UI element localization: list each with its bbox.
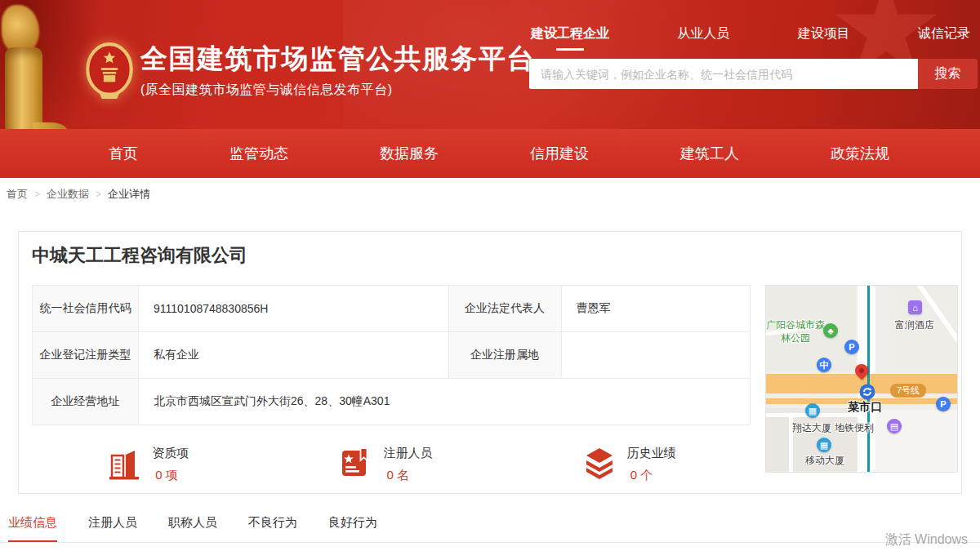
nav-item-workers[interactable]: 建筑工人 [680,144,739,163]
building-marker-icon[interactable]: ▦ [805,403,820,418]
field-label: 企业经营地址 [33,379,139,425]
field-value-credit-code: 91110108748830856H [139,286,449,332]
nav-item-credit[interactable]: 信用建设 [530,144,589,163]
stat-value: 0 名 [383,468,432,483]
stat-label: 注册人员 [383,446,432,461]
location-map[interactable]: 广阳谷城市森林公园 ♣ P 中 ⌂ 富润酒店 菜市口 7号线 P ▦ 翔达大厦 … [765,285,958,473]
tab-performance-info[interactable]: 业绩信息 [8,515,57,542]
bank-icon[interactable]: 中 [817,358,831,372]
national-emblem-icon [84,41,135,101]
building-marker-icon[interactable]: ▦ [817,438,831,452]
field-value-legal-rep: 曹恩军 [562,286,750,332]
company-card: 中城天工工程咨询有限公司 统一社会信用代码 91110108748830856H… [18,231,962,494]
metro-roundel-icon[interactable] [859,384,875,400]
shop-marker-icon[interactable]: ▤ [887,419,902,433]
building-icon [106,445,142,484]
tab-good-behavior[interactable]: 良好行为 [328,515,377,542]
poi-label-yidong[interactable]: 移动大厦 [805,454,844,468]
field-value-reg-type: 私有企业 [139,332,449,379]
windows-activation-watermark: 激活 Windows [885,531,968,549]
search-tab-project[interactable]: 建设项目 [798,25,850,51]
site-title: 全国建筑市场监管公共服务平台 [140,42,535,75]
tab-registered-personnel[interactable]: 注册人员 [88,515,137,542]
field-label: 统一社会信用代码 [33,286,139,332]
poi-label-park[interactable]: 广阳谷城市森林公园 [766,318,825,344]
poi-label-metro-station[interactable]: 菜市口 [848,400,882,415]
company-info-table: 统一社会信用代码 91110108748830856H 企业法定代表人 曹恩军 … [32,285,751,425]
site-subtitle: (原全国建筑市场监管与诚信信息发布平台) [140,82,535,99]
poi-label-xiangda[interactable]: 翔达大厦 [792,421,831,435]
stat-historical-performance[interactable]: 历史业绩 0 个 [581,445,676,484]
poi-label-metro-store[interactable]: 地铁便利 [835,421,874,435]
hotel-icon[interactable]: ⌂ [908,300,922,314]
nav-item-data-service[interactable]: 数据服务 [380,144,439,163]
poi-label-hotel[interactable]: 富润酒店 [895,318,934,332]
search-tab-enterprise[interactable]: 建设工程企业 [531,25,609,51]
search-input[interactable] [529,59,918,89]
stat-value: 0 项 [152,468,189,483]
detail-tabs: 业绩信息 注册人员 职称人员 不良行为 良好行为 [0,515,980,543]
stat-label: 资质项 [152,446,189,461]
park-icon[interactable]: ♣ [823,323,838,338]
stat-qualifications[interactable]: 资质项 0 项 [106,445,189,484]
stat-value: 0 个 [627,468,676,483]
breadcrumb-separator: > [96,189,101,200]
search-bar: 搜索 [529,59,978,89]
nav-item-home[interactable]: 首页 [109,144,138,163]
metro-line [867,286,870,473]
site-header: 全国建筑市场监管公共服务平台 (原全国建筑市场监管与诚信信息发布平台) 建设工程… [0,0,980,129]
field-label: 企业登记注册类型 [33,332,139,379]
parking-icon[interactable]: P [936,397,951,411]
layers-icon [581,445,617,484]
nav-item-supervision[interactable]: 监管动态 [229,144,288,163]
company-stats: 资质项 0 项 注册人员 [32,445,751,484]
breadcrumb-enterprise-detail: 企业详情 [108,187,150,202]
field-label: 企业法定代表人 [449,286,562,332]
search-button[interactable]: 搜索 [918,59,978,89]
parking-icon[interactable]: P [844,340,859,354]
breadcrumb-enterprise-data[interactable]: 企业数据 [47,187,89,202]
field-value-reg-region [562,332,750,379]
nav-item-policy[interactable]: 政策法规 [831,144,889,163]
breadcrumb-separator: > [34,189,40,200]
search-category-tabs: 建设工程企业 从业人员 建设项目 诚信记录 [531,25,970,51]
stat-registered-personnel[interactable]: 注册人员 0 名 [337,445,432,484]
breadcrumb: 首页 > 企业数据 > 企业详情 [0,178,980,211]
company-name: 中城天工工程咨询有限公司 [32,243,958,268]
stat-label: 历史业绩 [627,446,676,461]
huabiao-column-decoration [0,0,82,129]
tab-bad-behavior[interactable]: 不良行为 [248,515,297,542]
metro-line-badge[interactable]: 7号线 [890,384,926,398]
search-tab-personnel[interactable]: 从业人员 [677,25,729,51]
breadcrumb-home[interactable]: 首页 [7,187,28,202]
search-tab-credit[interactable]: 诚信记录 [918,25,970,51]
field-value-address: 北京市西城区宣武门外大街26、28、30幢A301 [139,379,750,425]
tab-titled-personnel[interactable]: 职称人员 [168,515,217,542]
certificate-icon [337,445,373,484]
brand: 全国建筑市场监管公共服务平台 (原全国建筑市场监管与诚信信息发布平台) [140,42,535,99]
main-nav: 首页 监管动态 数据服务 信用建设 建筑工人 政策法规 [0,129,980,178]
field-label: 企业注册属地 [449,332,562,379]
